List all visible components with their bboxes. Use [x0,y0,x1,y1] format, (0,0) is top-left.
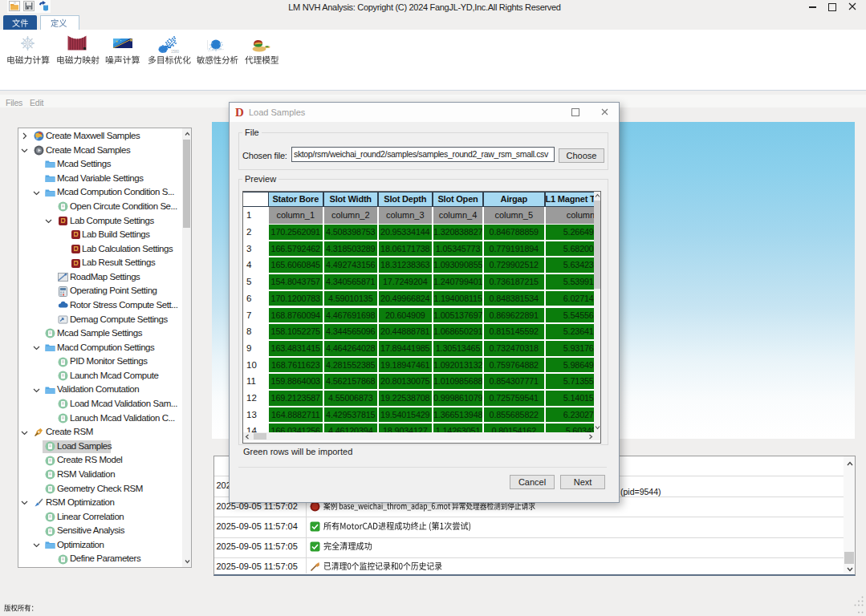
svg-text:1580: 1580 [171,50,180,54]
